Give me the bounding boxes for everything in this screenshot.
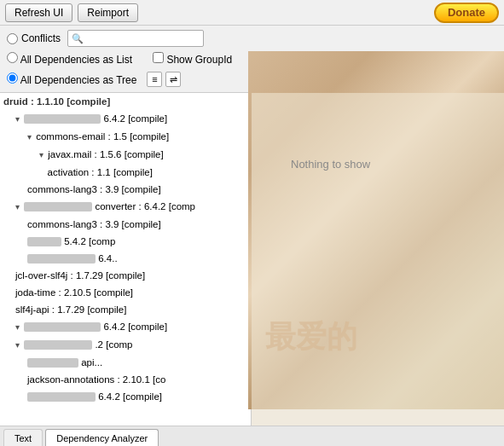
detail-panel: Nothing to show (252, 93, 504, 426)
tree-item-text: slf4j-api : 1.7.29 [compile] (15, 304, 126, 315)
tree-item[interactable]: 6.4.2 [compile] (0, 388, 251, 405)
main-content: druid : 1.1.10 [compile] ▾ 6.4.2 [compil… (0, 93, 504, 426)
donate-button[interactable]: Donate (434, 3, 499, 23)
tree-arrow: ▾ (15, 202, 20, 211)
all-deps-tree-label[interactable]: All Dependencies as Tree (7, 72, 136, 86)
tree-item[interactable]: jcl-over-slf4j : 1.7.29 [compile] (0, 267, 251, 284)
tree-item-suffix: 6.4.2 [compile] (103, 321, 167, 332)
tree-item-blurred (27, 254, 96, 264)
tree-item-blurred (24, 202, 92, 211)
tree-item[interactable]: ▾ javax.mail : 1.5.6 [compile] (0, 146, 251, 164)
tree-item[interactable]: ▾ 6.4.2 [compile] (0, 110, 251, 128)
tree-item-text: druid : 1.1.10 [compile] (3, 96, 110, 107)
tree-item[interactable]: activation : 1.1 [compile] (0, 164, 251, 181)
tree-item-text: jackson-annotations : 2.10.1 [co (27, 374, 165, 385)
tree-item-blurred (24, 322, 101, 332)
tree-item-blurred (24, 340, 92, 350)
tree-item-version: 6.4.2 [compile] (103, 113, 167, 124)
tree-item[interactable]: druid : 1.1.10 [compile] (0, 93, 251, 110)
tree-item-suffix: 6.4.. (98, 253, 117, 264)
tree-arrow: ▾ (27, 132, 32, 142)
tree-item[interactable]: commons-lang3 : 3.9 [compile] (0, 216, 251, 233)
all-deps-tree-radio[interactable] (7, 72, 18, 84)
tree-item[interactable]: ▾ .2 [comp (0, 336, 251, 354)
tree-item[interactable]: 6.4.. (0, 250, 251, 267)
conflicts-label[interactable]: Conflicts (7, 32, 61, 44)
refresh-ui-button[interactable]: Refresh UI (5, 3, 72, 22)
tree-item-text: jcl-over-slf4j : 1.7.29 [compile] (15, 270, 145, 281)
nothing-to-show-text: Nothing to show (291, 158, 370, 171)
tree-controls: ≡ ⇌ (147, 72, 181, 87)
tree-item-suffix: 6.4.2 [compile] (98, 391, 162, 402)
tree-item[interactable]: slf4j-api : 1.7.29 [compile] (0, 301, 251, 318)
dependency-tree-panel[interactable]: druid : 1.1.10 [compile] ▾ 6.4.2 [compil… (0, 93, 252, 426)
tree-arrow: ▾ (15, 322, 20, 332)
tree-item[interactable]: ▾ 6.4.2 [compile] (0, 318, 251, 336)
conflicts-row: Conflicts 🔍 (7, 29, 497, 48)
search-input[interactable] (86, 33, 197, 43)
tree-item-suffix: api... (81, 357, 102, 368)
tree-item[interactable]: commons-lang3 : 3.9 [compile] (0, 181, 251, 198)
tree-item-text: javax.mail : 1.5.6 [compile] (48, 149, 164, 159)
tree-item-blurred (24, 114, 101, 124)
tree-item-text: joda-time : 2.10.5 [compile] (15, 287, 133, 298)
tree-item[interactable]: 5.4.2 [comp (0, 233, 251, 250)
tree-item-suffix: 5.4.2 [comp (64, 236, 115, 246)
tree-arrow: ▾ (15, 340, 20, 350)
tree-item-blurred (27, 237, 61, 246)
tree-item-blurred (27, 392, 96, 402)
tree-item[interactable]: api... (0, 354, 251, 371)
search-icon: 🔍 (72, 33, 84, 44)
tree-item-suffix: converter : 6.4.2 [comp (95, 201, 195, 211)
show-group-id-checkbox[interactable] (153, 52, 164, 63)
all-deps-list-label[interactable]: All Dependencies as List (7, 52, 132, 66)
collapse-all-button[interactable]: ⇌ (165, 72, 181, 87)
tree-item-text: activation : 1.1 [compile] (39, 167, 153, 177)
expand-all-button[interactable]: ≡ (147, 72, 162, 87)
tree-arrow: ▾ (15, 114, 20, 124)
tree-item[interactable]: jackson-annotations : 2.10.1 [co (0, 371, 251, 388)
all-deps-list-radio[interactable] (7, 52, 18, 63)
main-container: Refresh UI Reimport Donate Conflicts 🔍 A… (0, 0, 504, 446)
tab-text[interactable]: Text (3, 429, 43, 446)
tree-item[interactable]: ▾ converter : 6.4.2 [comp (0, 198, 251, 216)
conflicts-radio[interactable] (7, 33, 18, 44)
toolbar: Refresh UI Reimport Donate (0, 0, 504, 26)
search-box[interactable]: 🔍 (67, 30, 204, 47)
tree-item-text: commons-email : 1.5 [compile] (36, 131, 169, 142)
show-group-id-label[interactable]: Show GroupId (153, 52, 232, 66)
tree-item[interactable]: joda-time : 2.10.5 [compile] (0, 284, 251, 301)
tree-item-text: commons-lang3 : 3.9 [compile] (27, 219, 161, 229)
tab-bar: Text Dependency Analyzer (0, 426, 504, 446)
tab-dependency-analyzer[interactable]: Dependency Analyzer (45, 429, 159, 446)
tree-item-blurred (27, 358, 78, 368)
reimport-button[interactable]: Reimport (78, 3, 138, 22)
tree-arrow: ▾ (39, 150, 43, 159)
tree-item-text: commons-lang3 : 3.9 [compile] (27, 184, 161, 194)
tree-item[interactable]: ▾ commons-email : 1.5 [compile] (0, 128, 251, 146)
tree-item-suffix: .2 [comp (95, 339, 132, 350)
